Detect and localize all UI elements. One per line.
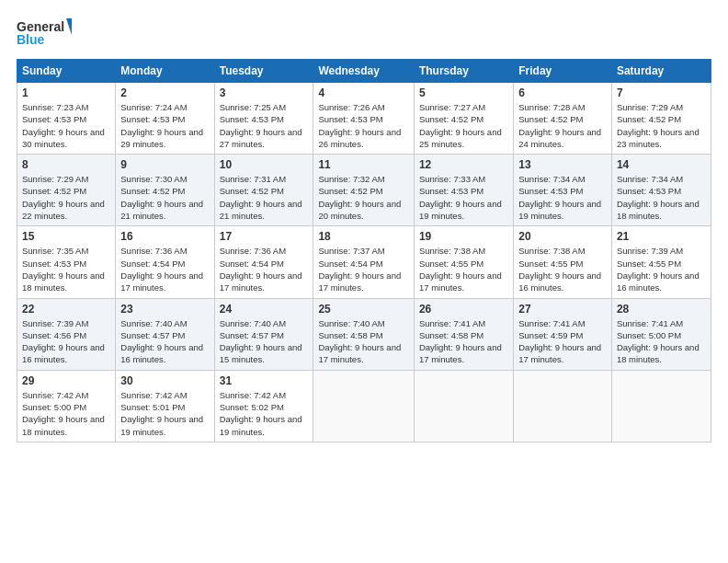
day-number: 29 — [22, 374, 110, 387]
calendar-cell: 15 Sunrise: 7:35 AMSunset: 4:53 PMDaylig… — [17, 226, 116, 298]
day-number: 11 — [318, 158, 409, 171]
calendar-cell: 11 Sunrise: 7:32 AMSunset: 4:52 PMDaylig… — [313, 155, 415, 226]
day-number: 30 — [120, 374, 209, 387]
calendar-week-row: 29 Sunrise: 7:42 AMSunset: 5:00 PMDaylig… — [17, 370, 711, 442]
day-number: 28 — [617, 303, 706, 316]
day-number: 5 — [419, 86, 508, 99]
day-info: Sunrise: 7:40 AMSunset: 4:57 PMDaylight:… — [220, 318, 302, 365]
calendar-day-header: Sunday — [17, 60, 116, 83]
day-info: Sunrise: 7:42 AMSunset: 5:00 PMDaylight:… — [22, 390, 105, 437]
day-number: 8 — [22, 158, 110, 171]
day-number: 7 — [617, 86, 706, 99]
day-info: Sunrise: 7:34 AMSunset: 4:53 PMDaylight:… — [518, 174, 601, 221]
day-number: 31 — [220, 374, 309, 387]
day-info: Sunrise: 7:25 AMSunset: 4:53 PMDaylight:… — [220, 102, 302, 149]
day-info: Sunrise: 7:41 AMSunset: 4:58 PMDaylight:… — [419, 318, 502, 365]
calendar-cell: 25 Sunrise: 7:40 AMSunset: 4:58 PMDaylig… — [313, 298, 415, 370]
calendar-day-header: Monday — [116, 60, 214, 83]
header: General Blue — [17, 17, 711, 50]
day-number: 3 — [220, 86, 309, 99]
calendar-cell: 19 Sunrise: 7:38 AMSunset: 4:55 PMDaylig… — [414, 226, 513, 298]
day-number: 15 — [22, 230, 110, 243]
day-info: Sunrise: 7:29 AMSunset: 4:52 PMDaylight:… — [22, 174, 105, 221]
calendar-cell: 18 Sunrise: 7:37 AMSunset: 4:54 PMDaylig… — [313, 226, 415, 298]
calendar-cell: 24 Sunrise: 7:40 AMSunset: 4:57 PMDaylig… — [214, 298, 313, 370]
calendar: SundayMondayTuesdayWednesdayThursdayFrid… — [17, 59, 711, 442]
day-info: Sunrise: 7:37 AMSunset: 4:54 PMDaylight:… — [318, 246, 401, 293]
calendar-cell: 5 Sunrise: 7:27 AMSunset: 4:52 PMDayligh… — [414, 83, 513, 155]
page: General Blue SundayMondayTuesdayWednesda… — [0, 0, 728, 563]
calendar-cell: 30 Sunrise: 7:42 AMSunset: 5:01 PMDaylig… — [116, 370, 214, 442]
calendar-cell — [611, 370, 711, 442]
day-info: Sunrise: 7:35 AMSunset: 4:53 PMDaylight:… — [22, 246, 105, 293]
day-number: 13 — [518, 158, 607, 171]
calendar-cell: 9 Sunrise: 7:30 AMSunset: 4:52 PMDayligh… — [116, 155, 214, 226]
calendar-day-header: Thursday — [414, 60, 513, 83]
logo-svg: General Blue — [17, 17, 72, 50]
calendar-cell: 7 Sunrise: 7:29 AMSunset: 4:52 PMDayligh… — [611, 83, 711, 155]
day-number: 21 — [617, 230, 706, 243]
day-info: Sunrise: 7:34 AMSunset: 4:53 PMDaylight:… — [617, 174, 700, 221]
calendar-body: 1 Sunrise: 7:23 AMSunset: 4:53 PMDayligh… — [17, 83, 711, 442]
calendar-cell — [514, 370, 612, 442]
day-number: 26 — [419, 303, 508, 316]
calendar-cell: 4 Sunrise: 7:26 AMSunset: 4:53 PMDayligh… — [313, 83, 415, 155]
day-number: 4 — [318, 86, 409, 99]
day-number: 25 — [318, 303, 409, 316]
day-info: Sunrise: 7:26 AMSunset: 4:53 PMDaylight:… — [318, 102, 401, 149]
calendar-cell: 29 Sunrise: 7:42 AMSunset: 5:00 PMDaylig… — [17, 370, 116, 442]
calendar-cell: 26 Sunrise: 7:41 AMSunset: 4:58 PMDaylig… — [414, 298, 513, 370]
calendar-cell: 1 Sunrise: 7:23 AMSunset: 4:53 PMDayligh… — [17, 83, 116, 155]
day-number: 22 — [22, 303, 110, 316]
day-info: Sunrise: 7:29 AMSunset: 4:52 PMDaylight:… — [617, 102, 700, 149]
calendar-cell: 22 Sunrise: 7:39 AMSunset: 4:56 PMDaylig… — [17, 298, 116, 370]
calendar-cell — [313, 370, 415, 442]
svg-marker-2 — [66, 18, 72, 35]
calendar-day-header: Saturday — [611, 60, 711, 83]
day-info: Sunrise: 7:38 AMSunset: 4:55 PMDaylight:… — [518, 246, 601, 293]
day-number: 16 — [120, 230, 209, 243]
calendar-header-row: SundayMondayTuesdayWednesdayThursdayFrid… — [17, 60, 711, 83]
calendar-cell: 21 Sunrise: 7:39 AMSunset: 4:55 PMDaylig… — [611, 226, 711, 298]
day-info: Sunrise: 7:42 AMSunset: 5:02 PMDaylight:… — [220, 390, 302, 437]
logo: General Blue — [17, 17, 72, 50]
day-number: 9 — [120, 158, 209, 171]
calendar-cell: 14 Sunrise: 7:34 AMSunset: 4:53 PMDaylig… — [611, 155, 711, 226]
day-info: Sunrise: 7:40 AMSunset: 4:57 PMDaylight:… — [120, 318, 203, 365]
day-info: Sunrise: 7:33 AMSunset: 4:53 PMDaylight:… — [419, 174, 502, 221]
calendar-cell: 3 Sunrise: 7:25 AMSunset: 4:53 PMDayligh… — [214, 83, 313, 155]
day-info: Sunrise: 7:32 AMSunset: 4:52 PMDaylight:… — [318, 174, 401, 221]
day-info: Sunrise: 7:23 AMSunset: 4:53 PMDaylight:… — [22, 102, 105, 149]
day-info: Sunrise: 7:24 AMSunset: 4:53 PMDaylight:… — [120, 102, 203, 149]
day-info: Sunrise: 7:39 AMSunset: 4:55 PMDaylight:… — [617, 246, 700, 293]
day-number: 6 — [518, 86, 607, 99]
day-number: 18 — [318, 230, 409, 243]
day-info: Sunrise: 7:40 AMSunset: 4:58 PMDaylight:… — [318, 318, 401, 365]
calendar-cell: 2 Sunrise: 7:24 AMSunset: 4:53 PMDayligh… — [116, 83, 214, 155]
day-info: Sunrise: 7:39 AMSunset: 4:56 PMDaylight:… — [22, 318, 105, 365]
calendar-week-row: 22 Sunrise: 7:39 AMSunset: 4:56 PMDaylig… — [17, 298, 711, 370]
day-number: 14 — [617, 158, 706, 171]
day-number: 10 — [220, 158, 309, 171]
calendar-cell: 10 Sunrise: 7:31 AMSunset: 4:52 PMDaylig… — [214, 155, 313, 226]
day-number: 23 — [120, 303, 209, 316]
calendar-day-header: Wednesday — [313, 60, 415, 83]
day-number: 12 — [419, 158, 508, 171]
day-info: Sunrise: 7:28 AMSunset: 4:52 PMDaylight:… — [518, 102, 601, 149]
day-number: 1 — [22, 86, 110, 99]
calendar-cell: 6 Sunrise: 7:28 AMSunset: 4:52 PMDayligh… — [514, 83, 612, 155]
calendar-cell: 20 Sunrise: 7:38 AMSunset: 4:55 PMDaylig… — [514, 226, 612, 298]
day-info: Sunrise: 7:36 AMSunset: 4:54 PMDaylight:… — [220, 246, 302, 293]
calendar-week-row: 1 Sunrise: 7:23 AMSunset: 4:53 PMDayligh… — [17, 83, 711, 155]
day-info: Sunrise: 7:42 AMSunset: 5:01 PMDaylight:… — [120, 390, 203, 437]
svg-text:Blue: Blue — [17, 32, 45, 47]
day-info: Sunrise: 7:27 AMSunset: 4:52 PMDaylight:… — [419, 102, 502, 149]
day-number: 2 — [120, 86, 209, 99]
day-info: Sunrise: 7:36 AMSunset: 4:54 PMDaylight:… — [120, 246, 203, 293]
calendar-cell: 23 Sunrise: 7:40 AMSunset: 4:57 PMDaylig… — [116, 298, 214, 370]
calendar-week-row: 15 Sunrise: 7:35 AMSunset: 4:53 PMDaylig… — [17, 226, 711, 298]
calendar-day-header: Friday — [514, 60, 612, 83]
day-number: 24 — [220, 303, 309, 316]
calendar-cell: 17 Sunrise: 7:36 AMSunset: 4:54 PMDaylig… — [214, 226, 313, 298]
day-number: 19 — [419, 230, 508, 243]
